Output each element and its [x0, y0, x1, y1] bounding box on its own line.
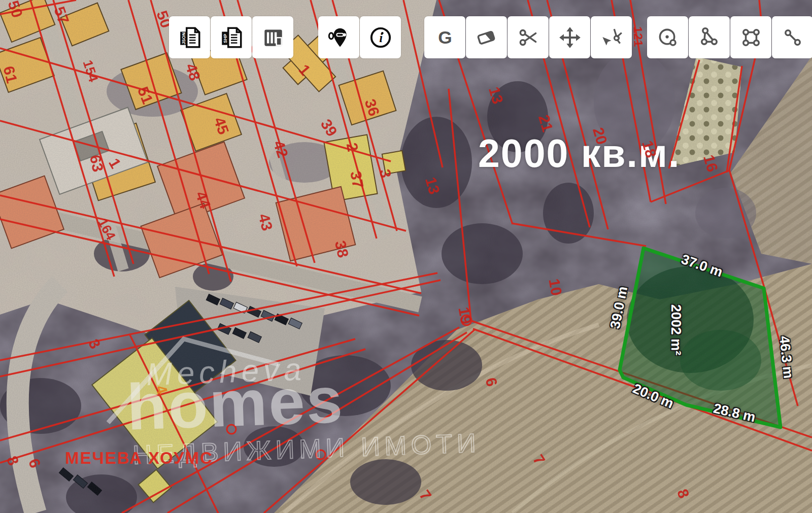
draw-polygon-button[interactable]: [689, 16, 730, 58]
eraser-button[interactable]: [466, 16, 507, 58]
table-file-button[interactable]: [252, 16, 293, 58]
node-edit-button[interactable]: [591, 16, 632, 58]
link-pin-button[interactable]: [318, 16, 359, 58]
toolbar-group-location-tools: i: [318, 16, 401, 58]
draw-rectangle-button[interactable]: [730, 16, 771, 58]
info-icon: i: [368, 25, 393, 50]
table-file-icon: [260, 25, 286, 50]
json-file-icon: JSON: [177, 25, 202, 50]
json-file-button[interactable]: JSON: [169, 16, 210, 58]
svg-text:JSON: JSON: [181, 32, 186, 44]
node-edit-icon: [599, 25, 624, 50]
svg-text:G: G: [438, 27, 452, 48]
google-g-icon: G: [432, 25, 458, 50]
move-icon: [557, 25, 583, 50]
toolbar-group-draw-tools: [647, 16, 812, 58]
draw-rectangle-icon: [738, 25, 764, 50]
draw-circle-button[interactable]: [647, 16, 688, 58]
eraser-icon: [474, 25, 499, 50]
scissors-icon: [516, 25, 541, 50]
draw-circle-icon: [655, 25, 681, 50]
draw-line-button[interactable]: [772, 16, 812, 58]
satellite-map-canvas[interactable]: [0, 0, 812, 513]
move-button[interactable]: [549, 16, 590, 58]
scissors-button[interactable]: [507, 16, 549, 58]
svg-text:SHP: SHP: [223, 33, 228, 43]
draw-polygon-icon: [697, 25, 722, 50]
toolbar-group-edit-tools: G: [424, 16, 632, 58]
image-grain: [0, 0, 812, 513]
shp-file-icon: SHP: [219, 25, 244, 50]
google-g-button[interactable]: G: [424, 16, 465, 58]
link-pin-icon: [326, 25, 352, 50]
toolbar-group-export-tools: JSONSHP: [169, 16, 294, 58]
draw-line-icon: [780, 25, 805, 50]
info-button[interactable]: i: [360, 16, 401, 58]
shp-file-button[interactable]: SHP: [211, 16, 252, 58]
map-viewport[interactable]: 2000 кв.м. Mecheva homes НЕДВИЖИМИ ИМОТИ…: [0, 0, 812, 513]
